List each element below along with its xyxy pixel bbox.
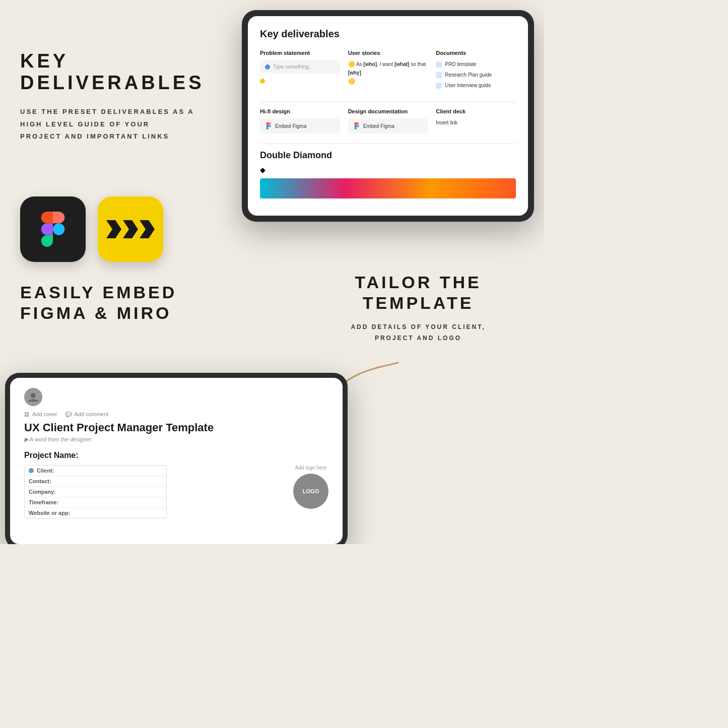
doc-icon-interview [436,83,442,89]
table-row-contact: Contact: [25,476,166,487]
miro-arrow-1 [106,220,121,238]
bottom-tablet-screen: 🖼 Add cover 💬 Add comment UX Client Proj… [10,378,343,544]
client-label: Client: [37,468,54,474]
deliverables-grid: Problem statement Type something... User… [260,50,516,92]
top-left-section: KEY DELIVERABLES USE THE PRESET DELIVERA… [20,50,232,143]
add-logo-label: Add logo here [295,465,326,471]
insert-link-item[interactable]: Insert link [436,118,516,127]
tablet-screen: Key deliverables Problem statement Type … [248,16,528,216]
embed-heading-line1: EASILY EMBED [20,283,177,302]
documents-cell: Documents PRD template Research Plan gui… [436,50,516,92]
documents-list: PRD template Research Plan guide User In… [436,60,516,90]
add-cover-button[interactable]: 🖼 Add cover [24,411,57,417]
tablet-title: Key deliverables [260,28,516,40]
top-tablet-mockup: Key deliverables Problem statement Type … [242,10,534,222]
diamond-icon: ◆ [260,166,516,174]
key-deliverables-description: USE THE PRESET DELIVERABLES AS AHIGH LEV… [20,106,232,143]
project-right-content: Add logo here LOGO [293,465,328,518]
figma-app-icon [20,196,86,262]
client-deck-cell: Client deck Insert link [436,108,516,134]
design-doc-cell: Design documentation Embed Figma [348,108,428,134]
design-doc-figma-icon [353,122,360,129]
design-doc-embed-label: Embed Figma [363,123,394,129]
add-cover-icon: 🖼 [24,412,29,417]
user-stories-content: 🟡 As [who], I want [what] so that [why] … [348,60,428,86]
bottom-left-text: EASILY EMBED FIGMA & MIRO [20,282,191,323]
bottom-right-text: TAILOR THE TEMPLATE ADD DETAILS OF YOUR … [322,272,514,344]
double-diamond-section: Double Diamond ◆ [260,150,516,198]
doc-icon-research [436,72,442,78]
color-bar [260,178,516,198]
project-left-content: Client: Contact: Company: Timeframe: Web… [24,465,283,518]
hi-fi-design-cell: Hi-fi design Embed Figma [260,108,340,134]
figma-embed-icon [265,122,272,129]
insert-link-label: Insert link [436,118,457,127]
table-row-timeframe: Timeframe: [25,497,166,508]
doc-interview-label: User Interview guide [445,81,491,90]
timeframe-label: Timeframe: [29,499,58,505]
embed-heading-line2: FIGMA & MIRO [20,303,172,322]
documents-label: Documents [436,50,516,56]
tailor-description: ADD DETAILS OF YOUR CLIENT,PROJECT AND L… [322,321,514,345]
add-actions-row: 🖼 Add cover 💬 Add comment [24,411,328,417]
logo-circle: LOGO [293,474,328,509]
tailor-heading: TAILOR THE TEMPLATE [322,272,514,313]
project-content-area: Client: Contact: Company: Timeframe: Web… [24,465,328,518]
miro-arrows [106,220,155,238]
website-label: Website or app: [29,510,70,516]
app-icons-section [20,196,163,262]
doc-research-label: Research Plan guide [445,71,492,80]
divider [260,102,516,102]
key-deliverables-heading: KEY DELIVERABLES [20,50,232,94]
svg-point-0 [31,393,36,398]
miro-arrow-2 [123,220,138,238]
doc-item-research[interactable]: Research Plan guide [436,71,516,80]
emoji-extra: 🟡 [348,78,355,84]
divider-2 [260,144,516,144]
deliverables-grid-2: Hi-fi design Embed Figma Design document… [260,108,516,134]
project-details-table: Client: Contact: Company: Timeframe: Web… [24,465,167,518]
doc-prd-label: PRD template [445,60,476,69]
page-subtitle: ▶ A word from the designer: [24,436,328,443]
problem-statement-input[interactable]: Type something... [260,60,340,74]
double-diamond-title: Double Diamond [260,150,516,161]
table-row-company: Company: [25,487,166,497]
avatar-icon [28,391,39,403]
figma-logo-svg [35,212,71,247]
problem-statement-cell: Problem statement Type something... [260,50,340,92]
hi-fi-embed-label: Embed Figma [275,123,306,129]
doc-item-interview[interactable]: User Interview guide [436,81,516,90]
user-stories-label: User stories [348,50,428,56]
problem-statement-label: Problem statement [260,50,340,56]
client-deck-list: Insert link [436,118,516,127]
miro-arrow-3 [140,220,155,238]
doc-item-prd[interactable]: PRD template [436,60,516,69]
miro-app-icon [98,196,163,262]
bottom-tablet-mockup: 🖼 Add cover 💬 Add comment UX Client Proj… [5,373,348,544]
add-comment-label: Add comment [75,411,109,417]
hi-fi-embed[interactable]: Embed Figma [260,118,340,134]
input-dot-icon [265,64,270,70]
add-cover-label: Add cover [32,411,57,417]
user-avatar [24,388,42,406]
table-row-client: Client: [25,466,166,476]
embed-heading: EASILY EMBED FIGMA & MIRO [20,282,191,323]
doc-icon [436,61,442,68]
page-title: UX Client Project Manager Template [24,421,328,434]
emoji-dot [260,79,265,84]
info-icon [29,468,34,473]
company-label: Company: [29,489,56,495]
client-deck-label: Client deck [436,108,516,114]
contact-label: Contact: [29,478,51,484]
emoji-who: 🟡 [348,61,355,67]
table-row-website: Website or app: [25,508,166,518]
project-name-label: Project Name: [24,451,328,460]
user-stories-cell: User stories 🟡 As [who], I want [what] s… [348,50,428,92]
design-doc-embed[interactable]: Embed Figma [348,118,428,134]
design-doc-label: Design documentation [348,108,428,114]
problem-statement-placeholder: Type something... [273,64,313,70]
add-comment-icon: 💬 [65,412,72,417]
hi-fi-label: Hi-fi design [260,108,340,114]
add-comment-button[interactable]: 💬 Add comment [65,411,109,417]
